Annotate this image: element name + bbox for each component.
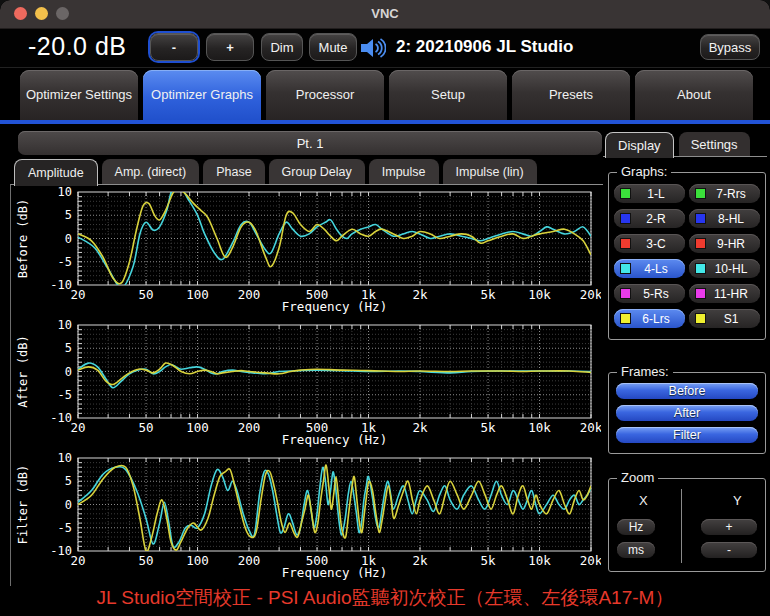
tab-amp-direct[interactable]: Amp. (direct) bbox=[102, 159, 200, 184]
svg-text:100: 100 bbox=[186, 553, 209, 568]
bypass-button[interactable]: Bypass bbox=[700, 34, 760, 60]
svg-text:100: 100 bbox=[186, 287, 209, 302]
volume-plus-button[interactable]: + bbox=[206, 33, 254, 61]
graphs-group-label: Graphs: bbox=[617, 164, 671, 179]
channel-label: 5-Rs bbox=[631, 287, 681, 301]
channel-label: 11-HR bbox=[706, 287, 756, 301]
zoom-x-hz-button[interactable]: Hz bbox=[617, 519, 655, 535]
svg-text:20k: 20k bbox=[580, 420, 601, 435]
channel-toggle-10-HL[interactable]: 10-HL bbox=[689, 259, 760, 278]
channel-color-swatch bbox=[695, 313, 706, 324]
channel-label: 8-HL bbox=[706, 212, 756, 226]
svg-text:-10: -10 bbox=[50, 278, 72, 292]
channel-toggle-9-HR[interactable]: 9-HR bbox=[689, 234, 760, 253]
volume-minus-button[interactable]: - bbox=[150, 33, 198, 61]
svg-text:5: 5 bbox=[65, 341, 72, 355]
tab-group-delay[interactable]: Group Delay bbox=[269, 159, 365, 184]
tab-presets[interactable]: Presets bbox=[512, 70, 630, 120]
svg-text:-5: -5 bbox=[58, 255, 72, 269]
channel-label: 7-Rrs bbox=[706, 187, 756, 201]
svg-text:2k: 2k bbox=[412, 287, 428, 302]
channel-toggle-grid: 1-L 7-Rrs 2-R 8-HL 3-C 9-HR 4-Ls 10-HL 5… bbox=[614, 184, 760, 328]
tab-setup[interactable]: Setup bbox=[389, 70, 507, 120]
svg-text:10k: 10k bbox=[528, 420, 551, 435]
zoom-y-minus-button[interactable]: - bbox=[701, 542, 757, 558]
channel-toggle-7-Rrs[interactable]: 7-Rrs bbox=[689, 184, 760, 203]
tab-impulse[interactable]: Impulse bbox=[369, 159, 439, 184]
window-titlebar: VNC bbox=[0, 0, 770, 29]
frames-groupbox: Frames: Before After Filter bbox=[608, 372, 766, 454]
graphs-groupbox: Graphs: 1-L 7-Rrs 2-R 8-HL 3-C 9-HR 4-Ls… bbox=[608, 172, 766, 340]
point-selector-button[interactable]: Pt. 1 bbox=[18, 131, 602, 155]
zoom-y-plus-button[interactable]: + bbox=[701, 519, 757, 535]
channel-toggle-1-L[interactable]: 1-L bbox=[614, 184, 685, 203]
tab-optimizer-settings[interactable]: Optimizer Settings bbox=[20, 70, 138, 120]
svg-text:0: 0 bbox=[65, 365, 72, 379]
zoom-y-label: Y bbox=[733, 493, 742, 508]
filter-chart: 1050-5-1020501002005001k2k5k10k20kFreque… bbox=[11, 451, 601, 584]
channel-toggle-S1[interactable]: S1 bbox=[689, 309, 760, 328]
channel-toggle-4-Ls[interactable]: 4-Ls bbox=[614, 259, 685, 278]
tab-amplitude[interactable]: Amplitude bbox=[14, 159, 98, 186]
svg-text:10: 10 bbox=[58, 451, 72, 465]
frame-filter-button[interactable]: Filter bbox=[616, 427, 758, 443]
svg-text:5k: 5k bbox=[481, 287, 497, 302]
channel-label: 4-Ls bbox=[631, 262, 681, 276]
frame-after-button[interactable]: After bbox=[616, 405, 758, 421]
svg-text:5k: 5k bbox=[481, 420, 497, 435]
channel-color-swatch bbox=[695, 188, 706, 199]
channel-toggle-6-Lrs[interactable]: 6-Lrs bbox=[614, 309, 685, 328]
tab-settings[interactable]: Settings bbox=[679, 132, 750, 156]
graphs-panel: 1050-5-1020501002005001k2k5k10k20kFreque… bbox=[10, 184, 603, 586]
svg-text:50: 50 bbox=[139, 287, 154, 302]
svg-text:20k: 20k bbox=[580, 287, 601, 302]
tab-processor[interactable]: Processor bbox=[266, 70, 384, 120]
channel-color-swatch bbox=[695, 288, 706, 299]
svg-text:Frequency (Hz): Frequency (Hz) bbox=[282, 432, 387, 447]
zoom-group-label: Zoom bbox=[617, 470, 658, 485]
channel-color-swatch bbox=[695, 263, 706, 274]
tab-phase[interactable]: Phase bbox=[203, 159, 264, 184]
frames-buttons: Before After Filter bbox=[616, 383, 758, 443]
svg-text:10: 10 bbox=[58, 318, 72, 332]
svg-text:10k: 10k bbox=[528, 287, 551, 302]
channel-color-swatch bbox=[620, 213, 631, 224]
frames-group-label: Frames: bbox=[617, 364, 673, 379]
channel-toggle-8-HL[interactable]: 8-HL bbox=[689, 209, 760, 228]
svg-text:200: 200 bbox=[238, 420, 261, 435]
svg-text:Filter (dB): Filter (dB) bbox=[16, 465, 30, 544]
tab-about[interactable]: About bbox=[635, 70, 753, 120]
channel-toggle-2-R[interactable]: 2-R bbox=[614, 209, 685, 228]
channel-toggle-5-Rs[interactable]: 5-Rs bbox=[614, 284, 685, 303]
display-settings-tab-bar: Display Settings bbox=[605, 132, 750, 157]
svg-text:-5: -5 bbox=[58, 388, 72, 402]
tab-display[interactable]: Display bbox=[605, 132, 674, 158]
svg-text:50: 50 bbox=[139, 420, 154, 435]
channel-label: 1-L bbox=[631, 187, 681, 201]
svg-text:2k: 2k bbox=[412, 553, 428, 568]
svg-text:20k: 20k bbox=[580, 553, 601, 568]
dim-button[interactable]: Dim bbox=[261, 33, 303, 61]
tab-optimizer-graphs[interactable]: Optimizer Graphs bbox=[143, 70, 261, 120]
tab-impulse-lin[interactable]: Impulse (lin) bbox=[443, 159, 537, 184]
channel-color-swatch bbox=[620, 188, 631, 199]
channel-label: 9-HR bbox=[706, 237, 756, 251]
zoom-x-ms-button[interactable]: ms bbox=[617, 542, 655, 558]
channel-label: 6-Lrs bbox=[631, 312, 681, 326]
channel-color-swatch bbox=[695, 238, 706, 249]
zoom-groupbox: Zoom X Y Hz ms + - bbox=[608, 478, 766, 572]
channel-color-swatch bbox=[620, 238, 631, 249]
frame-before-button[interactable]: Before bbox=[616, 383, 758, 399]
svg-text:100: 100 bbox=[186, 420, 209, 435]
vnc-window: VNC -20.0 dB - + Dim Mute 2: 20210906 JL… bbox=[0, 0, 770, 616]
zoom-divider bbox=[681, 489, 682, 563]
svg-text:10k: 10k bbox=[528, 553, 551, 568]
channel-color-swatch bbox=[620, 313, 631, 324]
channel-toggle-11-HR[interactable]: 11-HR bbox=[689, 284, 760, 303]
graph-tab-bar: Amplitude Amp. (direct) Phase Group Dela… bbox=[14, 159, 537, 185]
mute-button[interactable]: Mute bbox=[309, 33, 357, 61]
svg-text:200: 200 bbox=[238, 287, 261, 302]
channel-toggle-3-C[interactable]: 3-C bbox=[614, 234, 685, 253]
svg-text:-5: -5 bbox=[58, 521, 72, 535]
svg-text:Before (dB): Before (dB) bbox=[16, 199, 30, 278]
